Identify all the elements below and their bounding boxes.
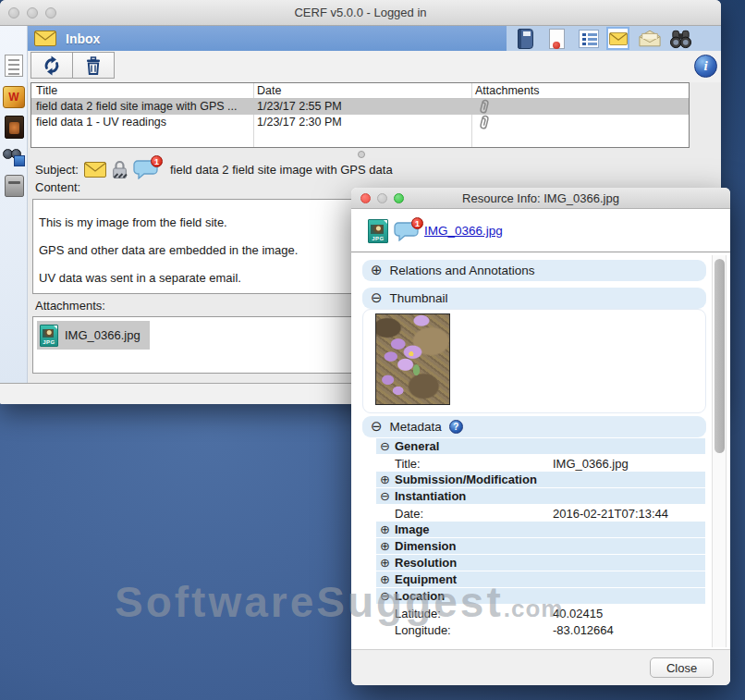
scrollbar[interactable] xyxy=(712,255,727,647)
trash-button[interactable] xyxy=(72,52,115,79)
table-row[interactable]: field data 1 - UV readings 1/23/17 2:30 … xyxy=(31,115,689,130)
metadata-row[interactable]: ⊕Image xyxy=(376,522,705,538)
metadata-row[interactable]: ⊕Equipment xyxy=(376,571,705,588)
paperclip-icon xyxy=(476,98,491,116)
column-header-title[interactable]: Title xyxy=(36,83,57,99)
resource-link[interactable]: IMG_0366.jpg xyxy=(424,224,503,238)
lock-icon xyxy=(112,160,128,179)
subject-text: field data 2 field site image with GPS d… xyxy=(170,163,393,177)
dialog-footer: Close xyxy=(351,649,730,685)
jpg-file-icon: JPG xyxy=(40,325,58,347)
collapse-icon[interactable]: ⊖ xyxy=(371,420,383,434)
message-table: Title Date Attachments field data 2 fiel… xyxy=(31,82,690,148)
section-label: Thumbnail xyxy=(390,291,448,305)
open-mail-icon[interactable] xyxy=(638,27,661,50)
metadata-row[interactable]: ⊖Location xyxy=(376,588,705,605)
jpg-file-icon: JPG xyxy=(368,219,388,243)
sidebar: W xyxy=(0,26,28,383)
attachment-item[interactable]: JPG IMG_0366.jpg xyxy=(37,321,150,350)
comment-count-badge: 1 xyxy=(151,155,163,167)
subject-label: Subject: xyxy=(35,163,79,177)
metadata-row[interactable]: ⊕Dimension xyxy=(376,538,705,555)
certificate-document-icon[interactable] xyxy=(545,27,568,50)
binoculars-icon[interactable] xyxy=(669,27,692,50)
help-icon[interactable]: ? xyxy=(449,420,463,434)
comment-count-badge: 1 xyxy=(411,217,423,229)
dark-book-icon[interactable] xyxy=(2,115,26,139)
dialog-titlebar[interactable]: Resource Info: IMG_0366.jpg xyxy=(351,188,730,209)
dialog-body: ⊕ Relations and Annotations ⊖ Thumbnail … xyxy=(351,253,730,649)
view-toolbar xyxy=(507,26,721,51)
metadata-row: Date:2016-02-21T07:13:44 xyxy=(376,505,705,522)
inbox-header: Inbox xyxy=(28,26,507,51)
column-header-date[interactable]: Date xyxy=(257,83,281,99)
expand-icon[interactable]: ⊕ xyxy=(376,573,395,585)
list-view-icon[interactable] xyxy=(577,27,600,50)
collapse-icon[interactable]: ⊖ xyxy=(376,590,395,602)
attachments-label: Attachments: xyxy=(35,299,105,313)
metadata-row[interactable]: ⊕Submission/Modification xyxy=(376,472,705,488)
window-title: CERF v5.0.0 - Logged in xyxy=(0,0,721,26)
dialog-header: JPG 1 IMG_0366.jpg xyxy=(351,209,730,252)
column-header-attachments[interactable]: Attachments xyxy=(475,83,539,99)
metadata-row: Longitude:-83.012664 xyxy=(376,621,705,638)
collapse-icon[interactable]: ⊖ xyxy=(371,291,383,305)
section-label: Metadata xyxy=(390,420,442,434)
envelope-icon xyxy=(84,162,106,178)
expand-icon[interactable]: ⊕ xyxy=(376,540,395,552)
envelope-icon xyxy=(34,31,56,46)
thumbnail-panel xyxy=(362,309,706,413)
collapse-icon[interactable]: ⊖ xyxy=(376,440,395,452)
section-relations-annotations[interactable]: ⊕ Relations and Annotations xyxy=(362,260,706,281)
collapse-icon[interactable]: ⊖ xyxy=(376,490,395,502)
table-row[interactable]: field data 2 field site image with GPS .… xyxy=(31,99,689,115)
notebook-w-icon[interactable]: W xyxy=(2,85,26,109)
device-icon[interactable] xyxy=(2,174,26,198)
section-label: Relations and Annotations xyxy=(390,264,535,277)
scrollbar-thumb[interactable] xyxy=(714,259,725,453)
metadata-row: Title:IMG_0366.jpg xyxy=(376,455,705,472)
resource-info-dialog: Resource Info: IMG_0366.jpg JPG 1 IMG_03… xyxy=(351,188,730,685)
paperclip-icon xyxy=(476,114,491,131)
thumbnail-image[interactable] xyxy=(375,313,450,405)
section-thumbnail[interactable]: ⊖ Thumbnail xyxy=(362,288,706,309)
expand-icon[interactable]: ⊕ xyxy=(376,557,395,569)
binoculars-save-icon[interactable] xyxy=(2,144,26,168)
section-metadata[interactable]: ⊖ Metadata ? xyxy=(362,416,706,437)
info-icon[interactable]: i xyxy=(694,55,717,78)
mail-icon[interactable] xyxy=(606,27,629,50)
action-toolbar: i xyxy=(28,51,721,82)
metadata-row[interactable]: ⊖Instantiation xyxy=(376,488,705,505)
metadata-row[interactable]: ⊕Resolution xyxy=(376,555,705,571)
metadata-row[interactable]: ⊖General xyxy=(376,438,705,455)
content-label: Content: xyxy=(35,180,80,194)
dialog-title: Resource Info: IMG_0366.jpg xyxy=(351,188,730,209)
refresh-button[interactable] xyxy=(31,52,73,79)
table-header: Title Date Attachments xyxy=(31,83,689,99)
main-titlebar[interactable]: CERF v5.0.0 - Logged in xyxy=(0,0,721,26)
notes-document-icon[interactable] xyxy=(2,54,26,78)
comments-bubble-icon[interactable]: 1 xyxy=(394,221,421,241)
inbox-title: Inbox xyxy=(66,31,100,46)
toolbar-button-group xyxy=(31,52,114,79)
attachment-name: IMG_0366.jpg xyxy=(65,328,140,342)
expand-icon[interactable]: ⊕ xyxy=(376,523,395,535)
subject-row: Subject: 1 field data 2 field site image… xyxy=(35,157,393,181)
desktop: CERF v5.0.0 - Logged in W Inbox xyxy=(0,0,745,700)
expand-icon[interactable]: ⊕ xyxy=(376,473,395,485)
expand-icon[interactable]: ⊕ xyxy=(371,264,383,277)
comments-bubble-icon[interactable]: 1 xyxy=(133,159,161,179)
notebook-icon[interactable] xyxy=(514,27,537,50)
metadata-row: Latitude:40.02415 xyxy=(376,605,705,621)
close-button[interactable]: Close xyxy=(650,657,714,678)
metadata-tree: ⊖General Title:IMG_0366.jpg ⊕Submission/… xyxy=(362,438,706,644)
